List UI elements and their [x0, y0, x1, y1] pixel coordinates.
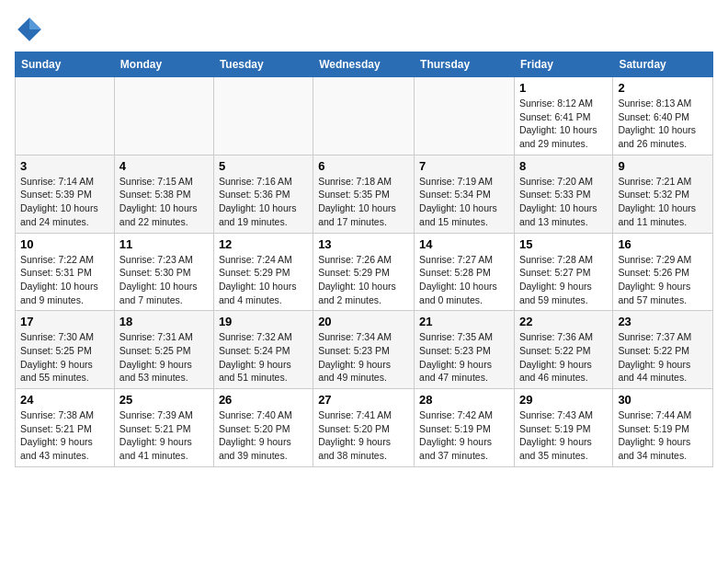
calendar-cell: 16Sunrise: 7:29 AM Sunset: 5:26 PM Dayli… — [613, 233, 713, 311]
day-info: Sunrise: 7:43 AM Sunset: 5:19 PM Dayligh… — [519, 408, 608, 463]
calendar-cell: 17Sunrise: 7:30 AM Sunset: 5:25 PM Dayli… — [16, 311, 115, 389]
calendar-cell: 15Sunrise: 7:28 AM Sunset: 5:27 PM Dayli… — [514, 233, 612, 311]
calendar-cell: 24Sunrise: 7:38 AM Sunset: 5:21 PM Dayli… — [16, 389, 115, 467]
calendar-header-row: SundayMondayTuesdayWednesdayThursdayFrid… — [16, 52, 713, 77]
calendar-cell: 26Sunrise: 7:40 AM Sunset: 5:20 PM Dayli… — [213, 389, 313, 467]
day-number: 9 — [618, 159, 708, 173]
calendar-cell: 30Sunrise: 7:44 AM Sunset: 5:19 PM Dayli… — [613, 389, 713, 467]
day-number: 6 — [318, 159, 409, 173]
day-info: Sunrise: 7:18 AM Sunset: 5:35 PM Dayligh… — [318, 175, 409, 229]
day-number: 10 — [20, 237, 109, 251]
calendar-cell: 11Sunrise: 7:23 AM Sunset: 5:30 PM Dayli… — [114, 233, 213, 311]
day-number: 20 — [318, 315, 409, 328]
calendar-week-3: 10Sunrise: 7:22 AM Sunset: 5:31 PM Dayli… — [16, 233, 713, 311]
day-info: Sunrise: 8:12 AM Sunset: 6:41 PM Dayligh… — [519, 97, 608, 151]
calendar-cell: 27Sunrise: 7:41 AM Sunset: 5:20 PM Dayli… — [313, 389, 415, 467]
day-number: 30 — [618, 393, 708, 407]
day-info: Sunrise: 7:37 AM Sunset: 5:22 PM Dayligh… — [618, 330, 708, 385]
logo-icon — [15, 15, 44, 44]
calendar-cell: 6Sunrise: 7:18 AM Sunset: 5:35 PM Daylig… — [313, 155, 415, 233]
column-header-wednesday: Wednesday — [313, 52, 415, 77]
day-number: 7 — [419, 159, 509, 173]
page-header — [15, 15, 713, 44]
day-number: 14 — [419, 237, 509, 251]
day-info: Sunrise: 7:28 AM Sunset: 5:27 PM Dayligh… — [519, 253, 608, 307]
column-header-sunday: Sunday — [16, 52, 115, 77]
calendar-cell: 2Sunrise: 8:13 AM Sunset: 6:40 PM Daylig… — [613, 77, 713, 155]
day-number: 28 — [419, 393, 509, 407]
day-number: 19 — [219, 315, 308, 328]
calendar-cell: 29Sunrise: 7:43 AM Sunset: 5:19 PM Dayli… — [514, 389, 612, 467]
calendar-cell: 7Sunrise: 7:19 AM Sunset: 5:34 PM Daylig… — [415, 155, 515, 233]
day-number: 5 — [219, 159, 308, 173]
day-info: Sunrise: 7:16 AM Sunset: 5:36 PM Dayligh… — [219, 175, 308, 229]
calendar-cell: 19Sunrise: 7:32 AM Sunset: 5:24 PM Dayli… — [213, 311, 313, 389]
day-info: Sunrise: 7:42 AM Sunset: 5:19 PM Dayligh… — [419, 408, 509, 463]
day-info: Sunrise: 7:26 AM Sunset: 5:29 PM Dayligh… — [318, 253, 409, 307]
day-number: 29 — [519, 393, 608, 407]
calendar-cell: 3Sunrise: 7:14 AM Sunset: 5:39 PM Daylig… — [16, 155, 115, 233]
day-number: 13 — [318, 237, 409, 251]
calendar-cell: 18Sunrise: 7:31 AM Sunset: 5:25 PM Dayli… — [114, 311, 213, 389]
day-info: Sunrise: 7:20 AM Sunset: 5:33 PM Dayligh… — [519, 175, 608, 229]
calendar-week-2: 3Sunrise: 7:14 AM Sunset: 5:39 PM Daylig… — [16, 155, 713, 233]
day-number: 18 — [119, 315, 209, 328]
day-info: Sunrise: 7:32 AM Sunset: 5:24 PM Dayligh… — [219, 330, 308, 385]
calendar-cell: 14Sunrise: 7:27 AM Sunset: 5:28 PM Dayli… — [415, 233, 515, 311]
day-number: 24 — [20, 393, 109, 407]
day-number: 17 — [20, 315, 109, 328]
calendar-cell: 4Sunrise: 7:15 AM Sunset: 5:38 PM Daylig… — [114, 155, 213, 233]
calendar-cell — [16, 77, 115, 155]
day-info: Sunrise: 7:24 AM Sunset: 5:29 PM Dayligh… — [219, 253, 308, 307]
day-info: Sunrise: 7:39 AM Sunset: 5:21 PM Dayligh… — [119, 408, 209, 463]
day-info: Sunrise: 7:23 AM Sunset: 5:30 PM Dayligh… — [119, 253, 209, 307]
day-number: 2 — [618, 81, 708, 95]
day-info: Sunrise: 7:38 AM Sunset: 5:21 PM Dayligh… — [20, 408, 109, 463]
day-number: 12 — [219, 237, 308, 251]
calendar-cell — [415, 77, 515, 155]
day-number: 21 — [419, 315, 509, 328]
day-number: 16 — [618, 237, 708, 251]
calendar-cell: 10Sunrise: 7:22 AM Sunset: 5:31 PM Dayli… — [16, 233, 115, 311]
calendar-cell: 5Sunrise: 7:16 AM Sunset: 5:36 PM Daylig… — [213, 155, 313, 233]
day-info: Sunrise: 7:19 AM Sunset: 5:34 PM Dayligh… — [419, 175, 509, 229]
day-info: Sunrise: 7:41 AM Sunset: 5:20 PM Dayligh… — [318, 408, 409, 463]
day-number: 25 — [119, 393, 209, 407]
day-info: Sunrise: 8:13 AM Sunset: 6:40 PM Dayligh… — [618, 97, 708, 151]
day-number: 26 — [219, 393, 308, 407]
calendar-cell: 28Sunrise: 7:42 AM Sunset: 5:19 PM Dayli… — [415, 389, 515, 467]
day-info: Sunrise: 7:21 AM Sunset: 5:32 PM Dayligh… — [618, 175, 708, 229]
column-header-friday: Friday — [514, 52, 612, 77]
day-info: Sunrise: 7:31 AM Sunset: 5:25 PM Dayligh… — [119, 330, 209, 385]
day-info: Sunrise: 7:34 AM Sunset: 5:23 PM Dayligh… — [318, 330, 409, 385]
calendar-cell — [213, 77, 313, 155]
calendar-cell: 25Sunrise: 7:39 AM Sunset: 5:21 PM Dayli… — [114, 389, 213, 467]
day-info: Sunrise: 7:22 AM Sunset: 5:31 PM Dayligh… — [20, 253, 109, 307]
calendar-cell — [114, 77, 213, 155]
column-header-tuesday: Tuesday — [213, 52, 313, 77]
calendar-cell: 13Sunrise: 7:26 AM Sunset: 5:29 PM Dayli… — [313, 233, 415, 311]
day-number: 3 — [20, 159, 109, 173]
day-info: Sunrise: 7:35 AM Sunset: 5:23 PM Dayligh… — [419, 330, 509, 385]
day-info: Sunrise: 7:30 AM Sunset: 5:25 PM Dayligh… — [20, 330, 109, 385]
day-number: 11 — [119, 237, 209, 251]
day-number: 15 — [519, 237, 608, 251]
day-number: 27 — [318, 393, 409, 407]
column-header-saturday: Saturday — [613, 52, 713, 77]
day-info: Sunrise: 7:29 AM Sunset: 5:26 PM Dayligh… — [618, 253, 708, 307]
column-header-monday: Monday — [114, 52, 213, 77]
logo — [15, 15, 48, 44]
day-number: 23 — [618, 315, 708, 328]
column-header-thursday: Thursday — [415, 52, 515, 77]
calendar-cell: 21Sunrise: 7:35 AM Sunset: 5:23 PM Dayli… — [415, 311, 515, 389]
day-info: Sunrise: 7:36 AM Sunset: 5:22 PM Dayligh… — [519, 330, 608, 385]
calendar-cell: 9Sunrise: 7:21 AM Sunset: 5:32 PM Daylig… — [613, 155, 713, 233]
svg-marker-1 — [29, 17, 41, 29]
calendar-cell: 1Sunrise: 8:12 AM Sunset: 6:41 PM Daylig… — [514, 77, 612, 155]
day-number: 8 — [519, 159, 608, 173]
calendar-week-1: 1Sunrise: 8:12 AM Sunset: 6:41 PM Daylig… — [16, 77, 713, 155]
day-number: 1 — [519, 81, 608, 95]
day-info: Sunrise: 7:14 AM Sunset: 5:39 PM Dayligh… — [20, 175, 109, 229]
day-number: 4 — [119, 159, 209, 173]
calendar-cell: 12Sunrise: 7:24 AM Sunset: 5:29 PM Dayli… — [213, 233, 313, 311]
